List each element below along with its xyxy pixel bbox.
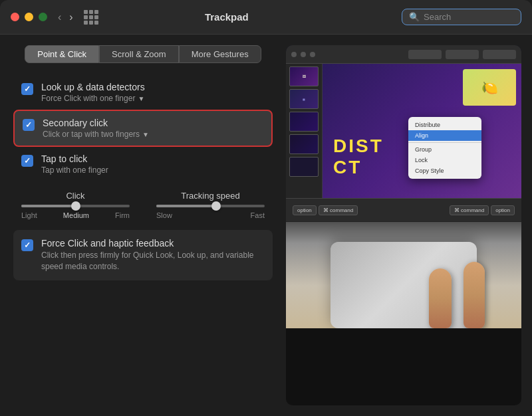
secondary-click-label: Secondary click	[43, 118, 149, 128]
apps-grid-icon[interactable]	[84, 10, 98, 25]
click-label-firm: Firm	[115, 211, 130, 219]
context-menu: Distribute Align Group Lock Copy Style	[408, 117, 481, 179]
app-sidebar: 🖼 ▦	[286, 64, 323, 198]
click-slider-thumb[interactable]	[71, 201, 80, 211]
ctx-distribute: Distribute	[408, 120, 481, 130]
keyboard-right: ⌘ command option	[450, 205, 515, 215]
nav-arrows: ‹ ›	[55, 10, 76, 25]
force-click-checkbox[interactable]: ✓	[21, 239, 33, 251]
click-label-light: Light	[21, 211, 37, 219]
lookup-sublabel: Force Click with one finger ▼	[41, 94, 145, 103]
keyboard-left: option ⌘ command	[293, 205, 358, 215]
secondary-click-checkbox[interactable]: ✓	[23, 119, 35, 131]
app-chrome: 🖼 ▦	[286, 45, 521, 198]
ctx-group: Group	[408, 144, 481, 155]
back-button[interactable]: ‹	[55, 10, 64, 25]
keyboard-strip: option ⌘ command ⌘ command option	[286, 198, 521, 222]
click-slider-labels: Light Medium Firm	[21, 211, 130, 219]
click-label-medium: Medium	[63, 211, 89, 219]
settings-list: ✓ Look up & data detectors Force Click w…	[13, 75, 273, 181]
maximize-button[interactable]	[39, 13, 47, 21]
fruit-image: 🍋	[463, 69, 516, 106]
tracking-slider-labels: Slow Fast	[156, 211, 265, 219]
lookup-text: Look up & data detectors Force Click wit…	[41, 82, 145, 103]
lookup-checkmark: ✓	[24, 84, 31, 94]
forward-button[interactable]: ›	[66, 10, 75, 25]
key-command-left: ⌘ command	[319, 205, 358, 215]
lookup-checkbox[interactable]: ✓	[21, 83, 33, 95]
tracking-label-fast: Fast	[251, 211, 265, 219]
key-option-right: option	[491, 205, 515, 215]
force-click-sublabel: Click then press firmly for Quick Look, …	[41, 250, 265, 272]
app-body: 🖼 ▦	[286, 64, 521, 198]
search-box[interactable]: 🔍	[402, 9, 521, 25]
preview-container: 🖼 ▦	[286, 45, 521, 405]
slide-thumb-3	[289, 112, 319, 132]
tap-to-click-sublabel: Tap with one finger	[41, 165, 108, 175]
lookup-setting-row[interactable]: ✓ Look up & data detectors Force Click w…	[13, 75, 273, 110]
fingers-container	[429, 262, 485, 328]
tracking-slider-group: Tracking speed Slow Fast	[156, 191, 265, 219]
tap-to-click-setting-row[interactable]: ✓ Tap to click Tap with one finger	[13, 147, 273, 181]
search-icon: 🔍	[409, 12, 420, 22]
slide-thumb-1: 🖼	[289, 66, 319, 86]
tap-to-click-text: Tap to click Tap with one finger	[41, 154, 108, 175]
slide-thumb-2: ▦	[289, 89, 319, 109]
lookup-dropdown-arrow[interactable]: ▼	[138, 95, 144, 102]
sliders-section: Click Light Medium Firm Tracking speed	[13, 181, 273, 226]
slide-thumb-4	[289, 134, 319, 154]
finger-2	[464, 262, 485, 328]
tracking-slider-track[interactable]	[156, 205, 265, 207]
click-slider-fill	[21, 205, 76, 207]
ctx-lock: Lock	[408, 155, 481, 165]
window-title: Trackpad	[105, 11, 348, 23]
tracking-slider-fill	[156, 205, 216, 207]
tap-to-click-checkmark: ✓	[24, 156, 31, 165]
tracking-slider-title: Tracking speed	[181, 191, 239, 201]
ctx-align: Align	[408, 130, 481, 141]
secondary-click-checkmark: ✓	[25, 120, 32, 130]
ctx-copy-style: Copy Style	[408, 165, 481, 176]
tab-bar: Point & Click Scroll & Zoom More Gesture…	[13, 45, 273, 63]
secondary-click-text: Secondary click Click or tap with two fi…	[43, 118, 149, 139]
app-toolbar	[286, 45, 521, 64]
force-click-checkmark: ✓	[24, 241, 31, 250]
click-slider-group: Click Light Medium Firm	[21, 191, 130, 219]
secondary-click-sublabel: Click or tap with two fingers ▼	[43, 130, 149, 139]
key-option-left: option	[293, 205, 317, 215]
left-panel: Point & Click Scroll & Zoom More Gesture…	[0, 35, 286, 416]
tap-to-click-label: Tap to click	[41, 154, 108, 164]
close-button[interactable]	[11, 13, 19, 21]
click-slider-title: Click	[66, 191, 84, 201]
app-main-slide: 🍋 DISTCT Distribute Align Group Lock Cop…	[323, 64, 521, 198]
slide-thumb-5	[289, 157, 319, 177]
ctx-divider	[408, 142, 481, 143]
force-click-label: Force Click and haptic feedback	[41, 238, 265, 249]
trackpad-image	[286, 222, 521, 328]
tab-more-gestures[interactable]: More Gestures	[179, 45, 261, 63]
titlebar: ‹ › Trackpad 🔍	[0, 0, 532, 35]
tracking-label-slow: Slow	[156, 211, 172, 219]
minimize-button[interactable]	[25, 13, 33, 21]
lookup-label: Look up & data detectors	[41, 82, 145, 92]
click-slider-track[interactable]	[21, 205, 130, 207]
screen-preview: 🖼 ▦	[286, 45, 521, 198]
tracking-slider-thumb[interactable]	[211, 201, 221, 211]
tap-to-click-checkbox[interactable]: ✓	[21, 155, 33, 167]
secondary-click-setting-row[interactable]: ✓ Secondary click Click or tap with two …	[13, 110, 273, 147]
right-panel: 🖼 ▦	[286, 35, 532, 416]
force-click-text: Force Click and haptic feedback Click th…	[41, 238, 265, 272]
traffic-lights	[11, 13, 47, 21]
key-command-right: ⌘ command	[450, 205, 489, 215]
slide-title-text: DISTCT	[333, 136, 384, 178]
tab-scroll-zoom[interactable]: Scroll & Zoom	[99, 45, 179, 63]
force-click-row[interactable]: ✓ Force Click and haptic feedback Click …	[13, 230, 273, 280]
search-input[interactable]	[424, 12, 510, 22]
secondary-click-dropdown-arrow[interactable]: ▼	[142, 131, 149, 138]
finger-1	[429, 268, 452, 328]
main-content: Point & Click Scroll & Zoom More Gesture…	[0, 35, 532, 416]
tab-point-click[interactable]: Point & Click	[25, 45, 99, 63]
